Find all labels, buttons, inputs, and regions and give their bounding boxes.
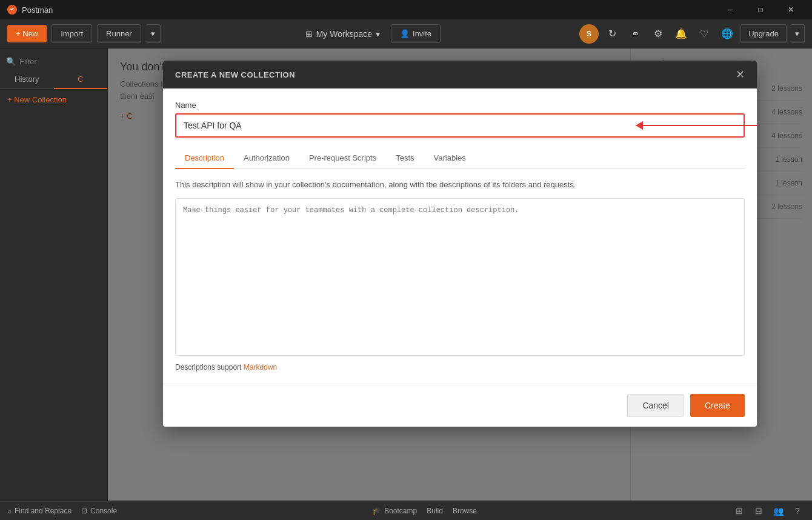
find-replace-icon: ⌕ [7,507,12,515]
browse-button[interactable]: Browse [453,507,477,515]
postman-logo-icon [7,5,17,15]
tab-variables[interactable]: Variables [424,147,476,168]
modal-close-button[interactable]: ✕ [736,69,745,80]
toolbar-icons: S ↻ ⚭ ⚙ 🔔 ♡ 🌐 Upgrade ▾ [579,24,805,44]
console-icon: ⊡ [81,507,87,515]
upgrade-button[interactable]: Upgrade [740,24,787,43]
avatar-button[interactable]: S [579,24,599,44]
app-title: Postman [22,5,53,15]
invite-button[interactable]: 👤 Invite [391,24,441,43]
modal-title: CREATE A NEW COLLECTION [175,70,295,79]
tab-authorization[interactable]: Authorization [234,147,299,168]
minimize-button[interactable]: ─ [716,0,744,19]
tab-pre-request-scripts[interactable]: Pre-request Scripts [299,147,386,168]
link-button[interactable]: ⚭ [625,24,645,44]
build-button[interactable]: Build [427,507,443,515]
workspace-chevron-icon: ▾ [376,29,380,39]
main-toolbar: + New Import Runner ▾ ⊞ My Workspace ▾ 👤… [0,19,812,48]
tab-description[interactable]: Description [175,147,234,168]
sidebar: 🔍 History C + New Collection [0,48,108,501]
runner-dropdown-button[interactable]: ▾ [146,24,161,43]
filter-search-icon: 🔍 [6,57,16,66]
console-button[interactable]: ⊡ Console [81,507,117,515]
layout-toggle-2-button[interactable]: ⊟ [751,504,766,518]
description-textarea[interactable] [175,198,745,356]
layout-toggle-1-button[interactable]: ⊞ [732,504,747,518]
markdown-link[interactable]: Markdown [244,363,277,372]
browse-label: Browse [453,507,477,515]
main-area: 🔍 History C + New Collection You don't h… [0,48,812,501]
description-info-text: This description will show in your colle… [175,179,745,191]
toolbar-center: ⊞ My Workspace ▾ 👤 Invite [165,24,574,43]
bottom-right: ⊞ ⊟ 👥 ? [732,504,805,518]
name-field-label: Name [175,101,745,110]
invite-label: Invite [413,29,431,38]
tab-tests[interactable]: Tests [386,147,424,168]
filter-input[interactable] [19,57,121,66]
modal-footer: Cancel Create [163,384,757,427]
maximize-button[interactable]: □ [747,0,774,19]
bootcamp-button[interactable]: 🎓 Bootcamp [372,507,417,515]
modal-overlay: CREATE A NEW COLLECTION ✕ Name [108,48,812,501]
import-button[interactable]: Import [52,24,92,43]
titlebar: Postman ─ □ ✕ [0,0,812,19]
bootcamp-icon: 🎓 [372,507,381,515]
runner-button[interactable]: Runner [97,24,141,43]
workspace-grid-icon: ⊞ [305,29,313,39]
upgrade-dropdown-button[interactable]: ▾ [790,24,805,43]
find-replace-button[interactable]: ⌕ Find and Replace [7,507,72,515]
modal-header: CREATE A NEW COLLECTION ✕ [163,61,757,88]
create-button[interactable]: Create [690,394,745,417]
markdown-note: Descriptions support Markdown [175,363,745,372]
create-collection-modal: CREATE A NEW COLLECTION ✕ Name [163,61,757,427]
new-button[interactable]: + New [7,25,47,42]
content-area: You don't h Collections let you g them e… [108,48,812,501]
heart-button[interactable]: ♡ [694,24,714,44]
close-button[interactable]: ✕ [777,0,805,19]
new-collection-button[interactable]: + New Collection [0,89,107,110]
bootcamp-label: Bootcamp [384,507,417,515]
sidebar-tabs: History C [0,70,107,89]
collection-name-input[interactable] [175,113,745,138]
workspace-selector[interactable]: ⊞ My Workspace ▾ [299,25,386,42]
name-field-wrapper [175,113,745,138]
bell-button[interactable]: 🔔 [671,24,691,44]
sync-button[interactable]: ↻ [602,24,622,44]
find-replace-label: Find and Replace [15,507,72,515]
modal-tabs: Description Authorization Pre-request Sc… [175,147,745,169]
build-label: Build [427,507,443,515]
people-icon-button[interactable]: 👥 [771,504,785,518]
modal-body: Name Description Aut [163,88,757,384]
console-label: Console [90,507,117,515]
globe-button[interactable]: 🌐 [717,24,737,44]
help-button[interactable]: ? [790,504,805,518]
invite-user-icon: 👤 [400,29,410,38]
sidebar-filter-bar: 🔍 [0,53,107,70]
window-controls: ─ □ ✕ [716,0,805,19]
bottom-bar: ⌕ Find and Replace ⊡ Console 🎓 Bootcamp … [0,501,812,520]
cancel-button[interactable]: Cancel [627,394,684,417]
bottom-center: 🎓 Bootcamp Build Browse [127,507,722,515]
settings-button[interactable]: ⚙ [648,24,668,44]
sidebar-tab-collections[interactable]: C [54,70,108,88]
sidebar-tab-history[interactable]: History [0,70,54,88]
workspace-name: My Workspace [316,29,372,39]
